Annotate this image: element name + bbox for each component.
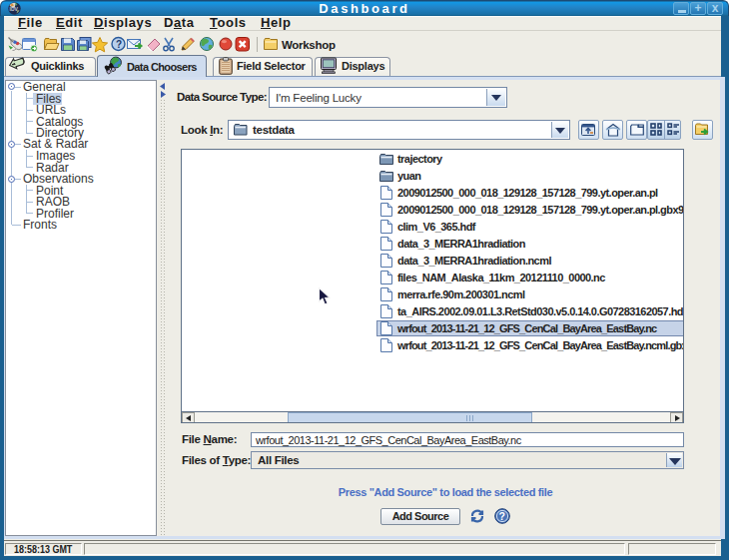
svg-text:IDV: IDV bbox=[10, 6, 19, 12]
svg-text:?: ? bbox=[499, 510, 505, 522]
svg-text:?: ? bbox=[116, 39, 122, 50]
